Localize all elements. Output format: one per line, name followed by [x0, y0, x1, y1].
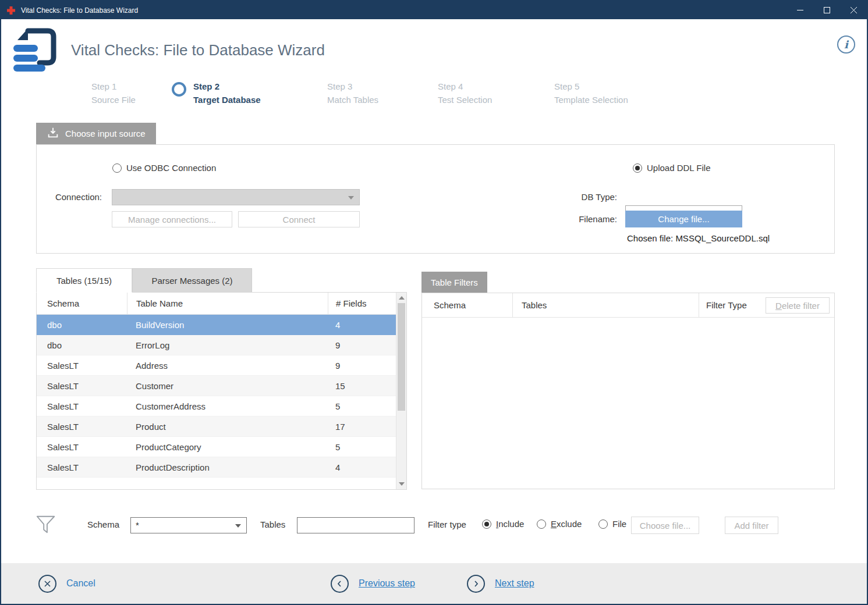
change-file-button[interactable]: Change file... — [625, 211, 742, 227]
minimize-button[interactable] — [786, 1, 813, 19]
step-3-indicator: Step 3 Match Tables — [327, 80, 378, 106]
odbc-radio-label: Use ODBC Connection — [126, 163, 216, 173]
cell-schema: SalesLT — [37, 361, 127, 371]
next-step-label: Next step — [495, 578, 534, 589]
tables-table: Schema Table Name # Fields dbo BuildVers… — [36, 292, 407, 490]
download-icon — [47, 126, 59, 141]
schema-filter-label: Schema — [87, 519, 119, 529]
step-number: Step 3 — [327, 80, 378, 93]
db-type-label: DB Type: — [520, 192, 617, 202]
app-logo — [10, 27, 59, 78]
info-glyph: i — [844, 38, 848, 51]
step-label: Target Database — [193, 93, 261, 106]
scroll-up-icon[interactable] — [399, 296, 405, 300]
delete-filter-rest: elete filter — [782, 301, 820, 311]
connect-button[interactable]: Connect — [238, 211, 360, 227]
app-icon — [6, 6, 16, 15]
step-label: Match Tables — [327, 93, 378, 106]
step-number: Step 2 — [193, 80, 261, 93]
cell-schema: SalesLT — [37, 401, 127, 411]
tables-panel: Tables (15/15) Parser Messages (2) Schem… — [36, 268, 407, 490]
delete-filter-button[interactable]: Delete filter — [766, 297, 830, 314]
include-label: Include — [496, 519, 524, 529]
step-number: Step 5 — [554, 80, 628, 93]
previous-step-button[interactable]: Previous step — [331, 563, 415, 604]
tables-filter-input[interactable] — [297, 517, 414, 533]
table-row[interactable]: SalesLT CustomerAddress 5 — [37, 396, 396, 417]
add-filter-button[interactable]: Add filter — [725, 517, 778, 534]
table-row[interactable]: SalesLT Address 9 — [37, 355, 396, 376]
exclude-radio[interactable]: Exclude — [537, 519, 582, 529]
odbc-connection-radio[interactable]: Use ODBC Connection — [112, 163, 216, 173]
window-title: Vital Checks: File to Database Wizard — [21, 6, 138, 15]
cell-schema: SalesLT — [37, 381, 127, 391]
filter-type-label: Filter type — [428, 519, 466, 529]
exclude-label: Exclude — [551, 519, 582, 529]
step-label: Source File — [91, 93, 136, 106]
table-filters-panel: Table Filters Schema Tables Filter Type … — [421, 272, 835, 489]
previous-step-label: Previous step — [359, 578, 415, 589]
cell-schema: SalesLT — [37, 462, 127, 472]
cell-table: ProductCategory — [127, 442, 328, 452]
chosen-file-text: Chosen file: MSSQL_SourceDDL.sql — [627, 233, 770, 243]
upload-ddl-radio[interactable]: Upload DDL File — [633, 163, 711, 173]
table-row[interactable]: dbo ErrorLog 9 — [37, 335, 396, 355]
radio-icon — [598, 519, 608, 529]
schema-filter-select[interactable]: * — [130, 517, 247, 533]
manage-connections-button[interactable]: Manage connections... — [112, 211, 232, 227]
table-filters-header-label: Table Filters — [431, 277, 478, 287]
cell-table: Address — [127, 361, 328, 371]
tables-tabs: Tables (15/15) Parser Messages (2) — [36, 268, 407, 292]
table-row[interactable]: dbo BuildVersion 4 — [37, 315, 396, 335]
step-label: Test Selection — [438, 93, 492, 106]
chevron-down-icon — [348, 196, 354, 200]
page-title: Vital Checks: File to Database Wizard — [71, 41, 325, 59]
column-header-filter-type: Filter Type — [699, 293, 774, 317]
cell-schema: SalesLT — [37, 422, 127, 432]
table-row[interactable]: SalesLT Customer 15 — [37, 376, 396, 396]
input-source-header: Choose input source — [36, 123, 156, 144]
schema-filter-value: * — [136, 520, 139, 530]
input-source-panel: Use ODBC Connection Upload DDL File Conn… — [36, 144, 835, 254]
input-source-section: Choose input source Use ODBC Connection … — [36, 123, 835, 254]
cell-fields: 15 — [328, 381, 396, 391]
step-2-indicator: Step 2 Target Database — [193, 80, 261, 106]
close-button[interactable] — [840, 1, 867, 19]
connection-select[interactable] — [112, 189, 360, 205]
filter-bar: Schema * Tables Filter type Include Excl… — [1, 514, 867, 539]
cell-fields: 4 — [328, 320, 396, 330]
scroll-down-icon[interactable] — [399, 482, 405, 486]
table-row[interactable]: SalesLT Product 17 — [37, 417, 396, 437]
table-filters-header: Table Filters — [421, 272, 487, 293]
current-step-icon — [172, 82, 186, 97]
cell-schema: dbo — [37, 320, 127, 330]
funnel-icon — [35, 514, 57, 538]
column-header-schema: Schema — [422, 293, 512, 317]
x-icon — [38, 575, 56, 593]
step-number: Step 4 — [438, 80, 492, 93]
tab-parser-messages[interactable]: Parser Messages (2) — [132, 268, 252, 292]
step-5-indicator: Step 5 Template Selection — [554, 80, 628, 106]
choose-file-button[interactable]: Choose file... — [631, 517, 699, 534]
vertical-scrollbar[interactable] — [396, 293, 406, 489]
maximize-button[interactable] — [813, 1, 840, 19]
filters-header-row: Schema Tables Filter Type Delete filter — [422, 293, 834, 318]
tables-header-row: Schema Table Name # Fields — [37, 293, 396, 315]
step-1-indicator: Step 1 Source File — [91, 80, 136, 106]
scrollbar-thumb[interactable] — [398, 303, 405, 411]
table-row[interactable]: SalesLT ProductCategory 5 — [37, 437, 396, 457]
next-step-button[interactable]: Next step — [467, 563, 534, 604]
window-controls — [786, 1, 867, 19]
include-radio[interactable]: Include — [482, 519, 524, 529]
radio-icon — [482, 519, 491, 529]
tab-tables[interactable]: Tables (15/15) — [36, 268, 132, 293]
table-row[interactable]: SalesLT ProductDescription 4 — [37, 457, 396, 478]
chevron-down-icon — [235, 524, 241, 528]
cancel-button[interactable]: Cancel — [38, 563, 95, 604]
filename-label: Filename: — [520, 214, 617, 224]
input-source-header-label: Choose input source — [65, 129, 146, 138]
info-icon[interactable]: i — [837, 35, 855, 54]
cell-table: CustomerAddress — [127, 401, 328, 411]
column-header-fields: # Fields — [328, 293, 396, 314]
file-radio[interactable]: File — [598, 519, 626, 529]
